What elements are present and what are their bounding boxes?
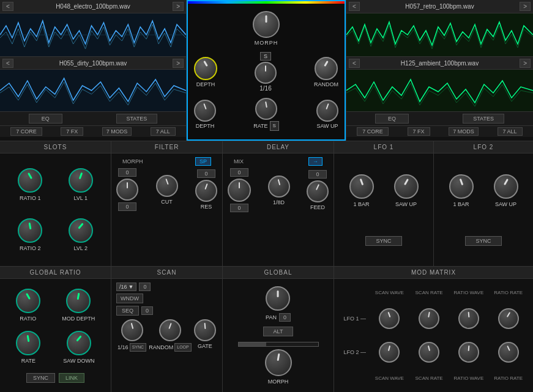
depth-bot-knob[interactable]: [194, 100, 216, 122]
ratio-wave-footer: RATIO WAVE: [449, 375, 489, 381]
lfo2-bar-knob[interactable]: [449, 174, 474, 199]
right-mods-btn[interactable]: 7 MODS: [449, 127, 479, 136]
ratio2-knob[interactable]: [18, 218, 42, 243]
mod-depth-knob[interactable]: [66, 289, 91, 313]
delay-arrow-btn[interactable]: →: [308, 157, 322, 166]
filter-val3[interactable]: 0: [118, 202, 136, 211]
left-fx-btn[interactable]: 7 FX: [61, 127, 83, 136]
global-ratio-header: GLOBAL RATIO: [0, 267, 111, 279]
left-prev-btn-1[interactable]: <: [2, 2, 13, 11]
rate-knob[interactable]: [255, 98, 277, 120]
left-next-btn-1[interactable]: >: [173, 2, 184, 11]
left-next-btn-2[interactable]: >: [173, 59, 184, 68]
gr-rate-label: RATE: [21, 358, 35, 364]
right-eq-btn[interactable]: EQ: [375, 114, 409, 124]
left-waveform-panel: < H048_electro_100bpm.wav > < H055_dirty…: [0, 0, 187, 141]
global-panel: GLOBAL PAN 0 ALT: [223, 267, 334, 392]
filter-val2[interactable]: 0: [197, 169, 215, 178]
global-pan-knob[interactable]: [266, 286, 290, 311]
gr-link-btn[interactable]: LINK: [59, 373, 84, 383]
scan-wave-footer: SCAN WAVE: [370, 375, 409, 381]
left-mods-btn[interactable]: 7 MODS: [102, 127, 132, 136]
depth-top-knob[interactable]: [194, 57, 217, 80]
res-label: RES: [201, 204, 212, 210]
lfo1-bar-knob[interactable]: [349, 174, 374, 199]
delay-val3[interactable]: 0: [230, 204, 248, 212]
right-fx-btn[interactable]: 7 FX: [408, 127, 430, 136]
mm-lfo2-sr-knob[interactable]: [419, 342, 439, 363]
center-s-btn-2[interactable]: S: [270, 121, 279, 131]
ratio-knob[interactable]: [16, 289, 40, 313]
mm-lfo2-rw-knob[interactable]: [458, 342, 479, 363]
delay-val1[interactable]: 0: [230, 168, 248, 177]
left-states-btn[interactable]: STATES: [116, 114, 158, 124]
right-next-btn-1[interactable]: >: [520, 2, 531, 11]
lfo1-sync-btn[interactable]: SYNC: [365, 236, 401, 246]
lfo2-saw-knob[interactable]: [494, 174, 518, 199]
filter-res-knob[interactable]: [195, 180, 217, 202]
scan-random-knob[interactable]: [159, 319, 181, 341]
filter-cut-knob[interactable]: [156, 175, 178, 197]
lfo1-bar-label: 1 BAR: [353, 201, 369, 207]
lvl1-knob[interactable]: [69, 168, 93, 193]
scan-gate-knob[interactable]: [194, 319, 216, 341]
right-states-btn[interactable]: STATES: [463, 114, 504, 124]
scan-val1[interactable]: 0: [139, 283, 151, 291]
delay-rate-knob[interactable]: [268, 176, 290, 198]
mm-lfo2-rr-knob[interactable]: [498, 342, 519, 363]
filter-morph-label: MORPH: [122, 158, 143, 165]
random-top-label: RANDOM: [314, 81, 338, 87]
saw-down-knob[interactable]: [67, 331, 91, 355]
left-all-btn[interactable]: 7 ALL: [151, 127, 176, 136]
lfo1-row-label: LFO 1 —: [339, 316, 370, 322]
right-prev-btn-2[interactable]: <: [349, 59, 360, 68]
slots-panel: SLOTS RATIO 1 LVL 1: [0, 141, 111, 266]
lvl2-label: LVL 2: [73, 245, 88, 251]
global-morph-knob[interactable]: [265, 349, 292, 376]
ratio1-knob[interactable]: [18, 168, 42, 193]
right-all-btn[interactable]: 7 ALL: [498, 127, 523, 136]
scan-loop-btn[interactable]: LOOP: [174, 343, 191, 352]
right-next-btn-2[interactable]: >: [520, 59, 531, 68]
filter-connector-knob[interactable]: [116, 179, 138, 201]
random-top-knob[interactable]: [315, 57, 338, 80]
delay-panel: DELAY MIX → 0 0: [223, 141, 334, 266]
center-knob-1[interactable]: [255, 62, 277, 84]
lfo2-sync-btn[interactable]: SYNC: [465, 236, 501, 246]
gr-sync-btn[interactable]: SYNC: [26, 373, 55, 383]
scan-dropdown[interactable]: /16: [119, 284, 127, 290]
right-prev-btn-1[interactable]: <: [349, 2, 360, 11]
left-eq-btn[interactable]: EQ: [29, 114, 62, 124]
alt-btn[interactable]: ALT: [263, 327, 294, 336]
center-synth-panel: MORPH DEPTH S 1/16: [187, 0, 346, 141]
lvl2-knob[interactable]: [69, 218, 93, 243]
filter-val1[interactable]: 0: [118, 168, 136, 177]
scan-val2[interactable]: 0: [141, 306, 153, 315]
filter-sp-btn[interactable]: SP: [195, 157, 211, 166]
mm-lfo1-sw-knob[interactable]: [379, 308, 400, 329]
global-val1[interactable]: 0: [279, 313, 291, 322]
gr-rate-knob[interactable]: [16, 331, 40, 355]
mm-lfo1-rw-knob[interactable]: [458, 308, 479, 329]
mm-lfo1-sr-knob[interactable]: [419, 308, 439, 329]
morph-knob[interactable]: [253, 11, 280, 38]
lfo1-saw-knob[interactable]: [394, 174, 419, 199]
rate-label: 1/16: [259, 85, 271, 92]
saw-up-knob[interactable]: [316, 100, 338, 122]
right-core-btn[interactable]: 7 CORE: [357, 127, 389, 136]
scan-sync-btn[interactable]: SYNC: [130, 343, 146, 352]
delay-feed-knob[interactable]: [307, 180, 329, 202]
left-core-btn[interactable]: 7 CORE: [10, 127, 42, 136]
center-s-btn-1[interactable]: S: [260, 52, 271, 61]
mod-matrix-header: MOD MATRIX: [334, 267, 533, 279]
right-filename-2: H125_ambient_100bpm.wav: [360, 60, 520, 67]
delay-val2[interactable]: 0: [308, 170, 327, 179]
left-waveform-1: [0, 13, 186, 56]
delay-mix-knob[interactable]: [228, 179, 251, 202]
left-prev-btn-2[interactable]: <: [2, 59, 13, 68]
mm-lfo2-sw-knob[interactable]: [379, 342, 400, 363]
left-filename-2: H055_dirty_100bpm.wav: [13, 60, 173, 67]
slots-header: SLOTS: [0, 141, 111, 153]
scan-rate-knob[interactable]: [121, 319, 143, 341]
mm-lfo1-rr-knob[interactable]: [498, 308, 519, 329]
